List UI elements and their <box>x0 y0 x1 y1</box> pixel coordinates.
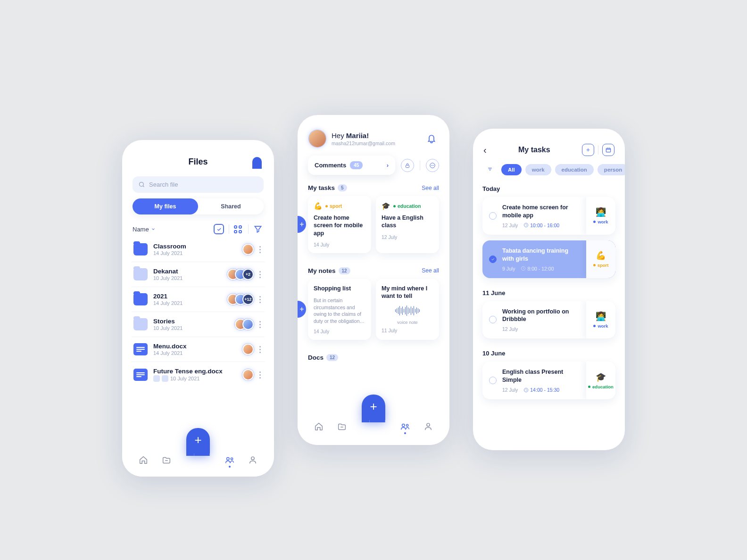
task-category-chip: 🎓education <box>586 362 615 399</box>
see-all-tasks[interactable]: See all <box>422 185 439 191</box>
fab-add-button[interactable]: + <box>362 395 385 420</box>
filter-work[interactable]: work <box>525 164 551 175</box>
task-item[interactable]: English class Present Simple 12 July14:0… <box>482 362 615 399</box>
task-category-chip: 👩‍💻work <box>586 197 615 235</box>
task-item[interactable]: Working on portfolio on Dribbble 12 July… <box>482 301 615 339</box>
section-label: 10 June <box>482 350 615 357</box>
comments-card[interactable]: Comments 45 › <box>308 156 395 175</box>
task-date: 12 July <box>502 222 518 228</box>
nav-files[interactable] <box>336 420 348 433</box>
tasks-count: 5 <box>338 184 347 191</box>
back-button[interactable]: ‹ <box>483 145 487 156</box>
shared-avatars[interactable] <box>239 319 254 330</box>
comments-count: 45 <box>350 161 363 169</box>
tasks-header: ‹ My tasks <box>473 129 625 163</box>
more-menu-button[interactable] <box>257 294 263 305</box>
separator <box>248 224 249 234</box>
grid-view-button[interactable] <box>234 225 243 233</box>
files-app-screen: Files Search file My files Shared Name C… <box>122 140 274 477</box>
tab-my-files[interactable]: My files <box>133 198 198 214</box>
shared-avatars[interactable]: +2 <box>231 269 254 280</box>
more-menu-button[interactable] <box>257 319 263 330</box>
nav-files[interactable] <box>160 454 173 466</box>
note-card[interactable]: Shopping list But in certain circumstanc… <box>308 279 371 340</box>
note-date: 11 July <box>382 328 433 333</box>
notifications-button[interactable] <box>426 132 438 145</box>
more-menu-button[interactable] <box>257 244 263 255</box>
filter-menu-button[interactable] <box>482 164 498 176</box>
task-card[interactable]: 💪sport Create home screen for mobile app… <box>308 196 371 253</box>
search-input[interactable]: Search file <box>133 176 264 193</box>
tasks-title: My tasks <box>518 146 550 154</box>
task-date: 12 July <box>502 326 518 332</box>
section-11-june: 11 June Working on portfolio on Dribbble… <box>473 286 625 346</box>
task-title: English class Present Simple <box>502 368 580 384</box>
tab-shared[interactable]: Shared <box>198 198 264 214</box>
notes-count: 12 <box>339 267 350 274</box>
file-row[interactable]: 202114 July 2021 +12 <box>132 287 265 312</box>
add-task-button[interactable] <box>582 144 594 156</box>
file-name: Future Tense eng.docx <box>153 368 246 375</box>
docs-section: Docs12 <box>298 345 449 361</box>
shared-avatars[interactable] <box>246 344 254 355</box>
task-checkbox[interactable] <box>489 316 497 323</box>
svg-point-0 <box>140 182 144 187</box>
shared-avatars[interactable] <box>246 369 254 380</box>
nav-profile[interactable] <box>247 454 259 466</box>
chat-button[interactable] <box>426 159 439 172</box>
sort-bar: Name <box>122 221 274 237</box>
task-card[interactable]: 🎓education Have a English class 12 July <box>376 196 439 253</box>
file-name: Menu.docx <box>153 343 246 350</box>
more-menu-button[interactable] <box>257 269 263 280</box>
task-checkbox[interactable] <box>489 212 497 220</box>
separator <box>229 224 229 234</box>
nav-profile[interactable] <box>422 420 434 433</box>
shared-avatars[interactable]: +12 <box>231 294 254 305</box>
calendar-button[interactable] <box>602 144 614 156</box>
filter-all[interactable]: All <box>501 164 522 175</box>
nav-shared[interactable] <box>399 420 411 433</box>
file-list: Classroom14 July 2021 Dekanat10 July 202… <box>122 237 274 387</box>
section-label: Today <box>482 185 615 192</box>
see-all-notes[interactable]: See all <box>422 267 439 274</box>
task-time: 8:00 - 12:00 <box>521 266 554 272</box>
file-row[interactable]: Classroom14 July 2021 <box>132 237 265 262</box>
docs-count: 12 <box>326 354 338 361</box>
file-date: 10 July 2021 <box>153 375 246 382</box>
more-menu-button[interactable] <box>257 370 263 380</box>
tasks-section: My tasks5 See all + 💪sport Create home s… <box>298 175 449 258</box>
filter-chips: All work education person <box>473 163 625 181</box>
task-item[interactable]: Create home screen for mobile app 12 Jul… <box>482 197 615 235</box>
file-row[interactable]: Dekanat10 July 2021 +2 <box>132 262 265 287</box>
add-note-handle[interactable]: + <box>298 301 306 318</box>
note-card[interactable]: My mind where I want to tell voice note … <box>376 279 439 340</box>
filter-education[interactable]: education <box>555 164 594 175</box>
task-date: 9 July <box>502 266 515 272</box>
section-10-june: 10 June English class Present Simple 12 … <box>473 346 625 407</box>
task-checkbox[interactable] <box>489 255 497 263</box>
filter-personal[interactable]: person <box>598 164 625 175</box>
select-mode-button[interactable] <box>214 224 224 234</box>
separator <box>598 145 598 155</box>
fab-add-button[interactable]: + <box>186 428 210 453</box>
task-item[interactable]: Tabata dancing training with girls 9 Jul… <box>482 240 615 278</box>
lock-button[interactable] <box>401 159 414 172</box>
nav-shared[interactable] <box>224 454 236 466</box>
greeting-prefix: Hey <box>332 132 346 140</box>
filter-icon[interactable] <box>253 224 263 234</box>
ghost-logo-icon[interactable] <box>252 157 262 167</box>
nav-home[interactable] <box>313 420 325 433</box>
add-task-handle[interactable]: + <box>298 216 306 233</box>
sort-by-name[interactable]: Name <box>133 226 156 233</box>
more-menu-button[interactable] <box>257 344 263 355</box>
task-checkbox[interactable] <box>489 377 497 384</box>
file-row[interactable]: Future Tense eng.docx10 July 2021 <box>132 362 265 387</box>
shared-avatars[interactable] <box>246 244 254 255</box>
nav-home[interactable] <box>137 454 149 466</box>
file-row[interactable]: Menu.docx14 July 2021 <box>132 337 265 362</box>
file-row[interactable]: Stories10 July 2021 <box>132 312 265 337</box>
file-date: 14 July 2021 <box>153 250 246 256</box>
task-category-chip: 👩‍💻work <box>586 301 615 339</box>
task-emoji-icon: 🎓 <box>382 202 390 210</box>
avatar[interactable] <box>309 130 326 147</box>
